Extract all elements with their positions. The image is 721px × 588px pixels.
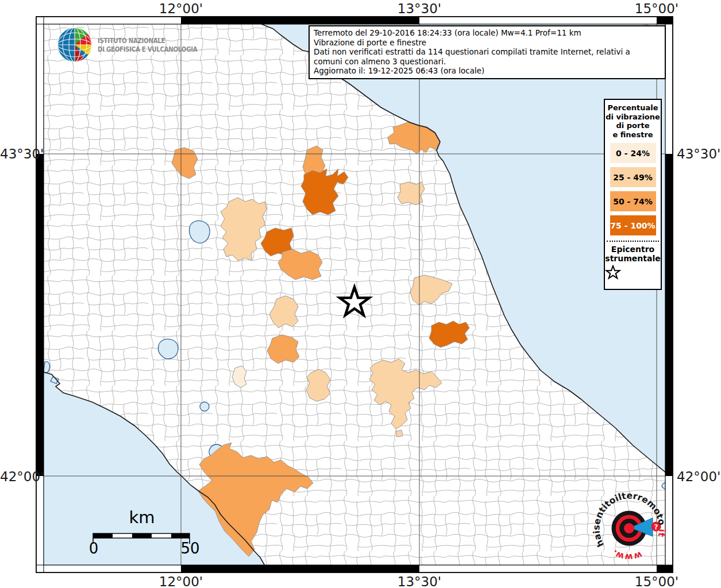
- ingv-logo: ISTITUTO NAZIONALE DI GEOFISICA E VULCAN…: [56, 26, 219, 63]
- legend-text-line: di vibrazione: [605, 113, 661, 122]
- legend-class-0: 0 - 24%: [610, 143, 656, 163]
- axis-right-4330: 43°30': [677, 146, 721, 161]
- axis-bottom-15: 15°00': [628, 574, 685, 588]
- info-line-event: Terremoto del 29-10-2016 18:24:33 (ora l…: [314, 28, 661, 38]
- hsit-map-page: ? haisentitoilterremoto.it www. 12°00' 1…: [0, 0, 721, 588]
- ingv-name: ISTITUTO NAZIONALE DI GEOFISICA E VULCAN…: [98, 36, 197, 53]
- legend-star-icon: [605, 265, 661, 280]
- legend-text-line: di porte: [605, 121, 661, 130]
- region-peach-south-small: [306, 369, 330, 401]
- axis-top-15: 15°00': [628, 1, 685, 16]
- legend-class-3: 75 - 100%: [610, 215, 656, 235]
- legend-epicenter-label: Epicentrostrumentale: [605, 245, 661, 263]
- legend-text-line: e finestre: [605, 130, 661, 140]
- legend-text-line: strumentale: [605, 254, 661, 263]
- axis-left-42: 42°00': [0, 469, 36, 484]
- ingv-name-line1: ISTITUTO NAZIONALE: [98, 36, 197, 45]
- legend-divider: [607, 241, 659, 242]
- scale-end-label: 50: [180, 540, 200, 557]
- legend-text-line: Percentuale: [605, 103, 661, 113]
- axis-bottom-12: 12°00': [152, 574, 210, 588]
- region-mid-south: [267, 335, 299, 363]
- lake-trasimeno: [190, 220, 210, 243]
- region-peach-east-north: [398, 182, 425, 205]
- info-line-source: Dati non verificati estratti da 114 ques…: [314, 47, 661, 66]
- scale-start-label: 0: [87, 540, 100, 557]
- map-content: [44, 24, 673, 566]
- axis-bottom-1330: 13°30': [391, 574, 448, 588]
- info-line-updated: Aggiornato il: 19-12-2025 06:43 (ora loc…: [314, 66, 661, 76]
- legend-classes: 0 - 24%25 - 49%50 - 74%75 - 100%: [605, 143, 661, 235]
- ingv-name-line2: DI GEOFISICA E VULCANOLOGIA: [98, 45, 197, 53]
- ingv-globe-icon: [56, 26, 93, 63]
- scale-unit-label: km: [103, 508, 180, 527]
- region-peach-dot: [396, 430, 403, 437]
- axis-top-12: 12°00': [152, 1, 210, 16]
- map-canvas: ? haisentitoilterremoto.it www.: [0, 0, 721, 588]
- info-line-effect: Vibrazione di porte e finestre: [314, 38, 661, 48]
- legend-title: Percentualedi vibrazionedi portee finest…: [605, 103, 661, 139]
- legend-text-line: Epicentro: [605, 245, 661, 254]
- legend: Percentualedi vibrazionedi portee finest…: [604, 99, 662, 290]
- axis-left-4330: 43°30': [0, 146, 36, 161]
- lake-bolsena: [158, 339, 178, 358]
- axis-top-1330: 13°30': [391, 1, 448, 16]
- bullseye-center: [624, 523, 634, 533]
- event-info-box: Terremoto del 29-10-2016 18:24:33 (ora l…: [309, 25, 666, 79]
- legend-class-2: 50 - 74%: [610, 191, 656, 211]
- lake-vico: [200, 402, 209, 411]
- legend-class-1: 25 - 49%: [610, 167, 656, 187]
- axis-right-42: 42°00': [677, 469, 721, 484]
